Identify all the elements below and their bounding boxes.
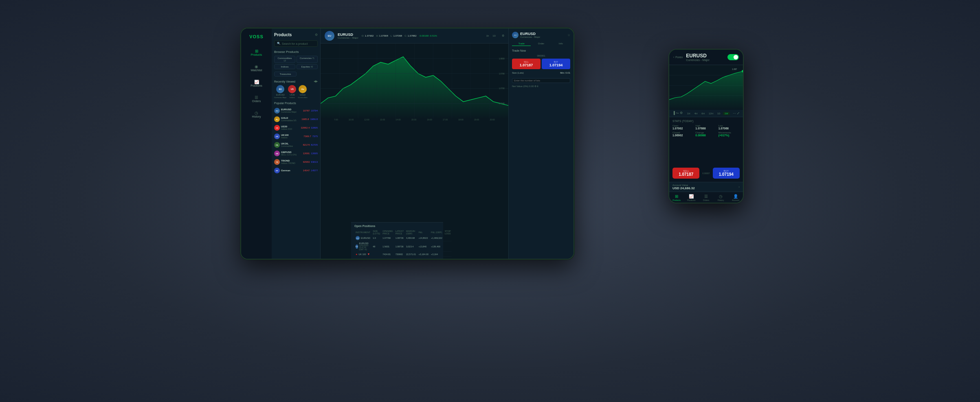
phone-nav-orders[interactable]: ☰ Orders <box>699 194 713 201</box>
phone-nav-account[interactable]: 👤 Account <box>728 194 743 201</box>
cell-stoploss <box>444 241 452 252</box>
table-row[interactable]: ● UK 100 ▼ 7424.81 730682 22,571.01 +3,1… <box>354 252 452 257</box>
category-commodities[interactable]: Commodities 13 <box>274 56 295 63</box>
settings2-icon[interactable]: ⚙ <box>680 111 683 116</box>
account-arrow-icon[interactable]: › <box>738 185 740 189</box>
phone-nav-history[interactable]: ◷ History <box>714 194 728 201</box>
tab-trade[interactable]: Trade <box>512 42 531 46</box>
main-chart-svg: 1.0800 1.0780 1.0760 1.0740 <box>321 44 508 118</box>
pi-info: EURUSD Currencies Major <box>281 108 297 113</box>
cell-margin: 22,571.01 <box>405 252 417 257</box>
buy-button[interactable]: BUY 1.07194 <box>542 59 570 69</box>
phone-instrument-name: EURUSD <box>686 53 727 59</box>
tf-1w[interactable]: 1W <box>723 112 730 115</box>
popular-item-uk100[interactable]: UK UK100 Indices 7369.7 7375 <box>274 132 318 141</box>
time-label: 19:00 <box>474 118 479 121</box>
sidebar-item-orders[interactable]: ☰ Orders <box>241 94 272 104</box>
tabs-row: Trade Order Info <box>512 42 570 46</box>
phone-nav-positions[interactable]: 📈 Positions <box>684 194 699 201</box>
phone-buy-button[interactable]: BUY 1.07194 <box>713 168 740 179</box>
browse-grid: Commodities 13 Currencies 71 Indices Equ… <box>274 56 318 69</box>
sidebar-item-positions[interactable]: 📈 Positions <box>241 78 272 89</box>
cell-instrument: EU EURUSD 13/01/2023 15:47:35 (GMT +0) <box>354 241 371 252</box>
popular-item-left: TR TROND Indices TROND <box>274 159 295 165</box>
tab-info[interactable]: Info <box>552 42 570 46</box>
settings-icon[interactable]: ⚙ <box>315 33 318 37</box>
col-latest: LATEST PRICE <box>394 229 405 235</box>
pi-info: German <box>281 169 290 172</box>
browse-title: Browse Products <box>274 50 318 54</box>
line-chart-icon[interactable]: 〜 <box>676 111 679 116</box>
sidebar: VOSS ⊞ Products ◉ Watchlist 📈 Positions … <box>241 28 272 259</box>
rv-label-us30: US30 <box>290 94 295 96</box>
rv-item-gold[interactable]: Au GOLD Commodities <box>298 85 307 98</box>
category-treasuries[interactable]: Treasuries <box>274 72 297 76</box>
popular-item-gold[interactable]: Au GOLD Commodities 5/5 1985.8 1986.8 <box>274 115 318 124</box>
stat-change: Change 0.00088 <box>695 131 716 137</box>
time-label: 7:00 <box>334 118 338 121</box>
chart-settings-icon[interactable]: ⚙ <box>502 34 504 37</box>
pi-prices: 32882.4 32895 <box>301 127 318 129</box>
sidebar-item-history[interactable]: ◷ History <box>241 109 272 120</box>
tablet: VOSS ⊞ Products ◉ Watchlist 📈 Positions … <box>240 28 574 260</box>
recently-viewed-header: Recently Viewed ◀▶ <box>274 80 318 83</box>
tf-6h[interactable]: 6H <box>700 112 706 115</box>
buy-price: 1.07194 <box>549 63 563 67</box>
pi-prices: 10787 10794 <box>303 109 318 112</box>
rv-sublabel-gold: Commodities <box>298 96 307 98</box>
tf-1h[interactable]: 1H <box>686 112 692 115</box>
bar-chart-icon[interactable]: ▐ <box>672 111 675 116</box>
phone-toggle[interactable] <box>727 54 739 60</box>
category-equities[interactable]: Equities 43 <box>297 64 318 69</box>
pi-info: UKOIL Commodities <box>281 142 293 147</box>
phone-trade-section: SELL 1.07187 0.00007 BUY 1.07194 <box>669 166 743 182</box>
rp-sub: Currencies - Major <box>520 36 540 38</box>
tf-1h[interactable]: 1h <box>485 34 490 37</box>
svg-text:1.0760: 1.0760 <box>499 87 505 90</box>
spread-col: 0.00007 <box>701 168 711 179</box>
cell-instrument: EU EURUSD <box>354 235 371 241</box>
sell-button[interactable]: SELL 1.07187 <box>512 59 541 69</box>
table-row[interactable]: EU EURUSD 13/01/2023 15:47:35 (GMT +0) 4… <box>354 241 452 252</box>
rv-item-eurusd[interactable]: EU EURUSD Currencies Major <box>274 85 286 98</box>
table-row[interactable]: EU EURUSD 1.0 1.07766 1.08736 4,480.68 +… <box>354 235 452 241</box>
positions-table: INSTRUMENT SIZE (LOTS) OPENING PRICE LAT… <box>354 229 452 257</box>
tf-12h[interactable]: 12H <box>707 112 715 115</box>
popular-item-us30[interactable]: US US30 Indices 9/10 32882.4 32895 <box>274 124 318 132</box>
cell-size: 1.0 <box>371 235 381 241</box>
search-box[interactable]: 🔍 Search for a product <box>274 40 318 47</box>
phone-back-button[interactable]: ‹ Forex <box>673 56 683 59</box>
sidebar-item-products[interactable]: ⊞ Products <box>241 47 272 58</box>
chart-instrument-icon: EU <box>325 31 334 41</box>
rp-star-icon[interactable]: ☆ <box>567 33 570 37</box>
sidebar-item-label: Orders <box>252 100 261 103</box>
popular-item-trond[interactable]: TR TROND Indices TROND 92963 93013 <box>274 158 318 166</box>
phone-nav-products-label: Products <box>672 199 681 201</box>
svg-text:1.0780: 1.0780 <box>499 73 505 75</box>
popular-item-left: US US30 Indices 9/10 <box>274 125 292 131</box>
phone-nav-products[interactable]: ⊞ Products <box>669 194 684 201</box>
size-input[interactable] <box>512 78 570 83</box>
cell-opening: 7424.81 <box>381 252 394 257</box>
account-info: Account Value USD 24,686.32 <box>672 184 695 190</box>
popular-item-gbpusd[interactable]: GB GBPUSD SELL +1.5 (+1%) 12691 12695 <box>274 149 318 158</box>
stats-grid: Open 1.07002 High 1.07688 Low 1.07068 Cl… <box>672 125 740 137</box>
tab-order[interactable]: Order <box>532 42 550 46</box>
more-icon[interactable]: ⋯ <box>733 111 736 115</box>
tf-1d[interactable]: 1D <box>716 112 722 115</box>
stat-movements: Movements (+017%) <box>719 131 740 137</box>
phone-sell-button[interactable]: SELL 1.07187 <box>672 168 699 179</box>
category-indices[interactable]: Indices <box>274 64 295 69</box>
popular-item-german[interactable]: DE German 14547 14577 <box>274 166 318 175</box>
time-label: 13:00 <box>380 118 385 121</box>
rv-item-us30[interactable]: US US30 Indices <box>288 85 296 98</box>
tf-4h[interactable]: 4H <box>693 112 699 115</box>
expand-icon[interactable]: ⤢ <box>737 111 740 115</box>
popular-item-ukoil[interactable]: OIL UKOIL Commodities 82174 82705 <box>274 141 318 149</box>
tf-1d[interactable]: 1D <box>491 34 497 37</box>
category-currencies[interactable]: Currencies 71 <box>297 56 318 63</box>
sidebar-item-watchlist[interactable]: ◉ Watchlist <box>241 63 272 73</box>
popular-item-eurusd[interactable]: EU EURUSD Currencies Major 10787 10794 <box>274 107 318 115</box>
min-label: Min: 0.01 <box>560 72 570 74</box>
phone-nav-products-icon: ⊞ <box>675 194 678 199</box>
